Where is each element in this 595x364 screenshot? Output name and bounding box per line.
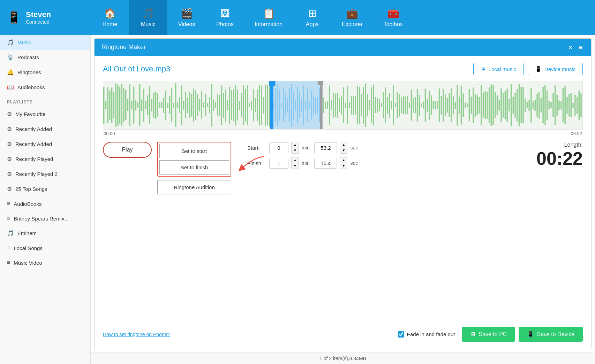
finish-min-spinner[interactable]: ▲ ▼ bbox=[291, 157, 299, 169]
svg-rect-17 bbox=[135, 100, 136, 110]
finish-sec-input[interactable] bbox=[314, 158, 337, 169]
svg-rect-7 bbox=[115, 83, 116, 127]
svg-rect-124 bbox=[349, 102, 350, 108]
save-to-device-button[interactable]: 📱 Save to Device bbox=[519, 327, 583, 342]
svg-rect-149 bbox=[399, 94, 400, 117]
sidebar-item-recently-played-2[interactable]: ⚙ Recently Played 2 bbox=[0, 166, 90, 181]
dialog-header: Ringtone Maker × ≡ bbox=[95, 39, 591, 56]
video-icon: 🎬 bbox=[181, 8, 193, 19]
finish-min-up[interactable]: ▲ bbox=[292, 157, 299, 163]
controls-row: Play Set to start Set to finish bbox=[103, 142, 583, 194]
svg-rect-167 bbox=[435, 101, 436, 109]
svg-rect-200 bbox=[500, 88, 502, 122]
svg-rect-1 bbox=[103, 87, 104, 124]
save-device-icon: 📱 bbox=[527, 331, 534, 338]
list-icon-4: ≡ bbox=[7, 260, 10, 266]
sidebar-item-ringtones[interactable]: 🔔 Ringtones bbox=[0, 65, 90, 80]
nav-apps[interactable]: ⊞ Apps bbox=[293, 0, 331, 35]
finish-min-input[interactable] bbox=[269, 158, 288, 169]
svg-rect-14 bbox=[129, 84, 130, 126]
finish-sec-down[interactable]: ▼ bbox=[340, 163, 347, 169]
sidebar-item-eminem[interactable]: 🎵 Eminem bbox=[0, 226, 90, 241]
svg-rect-66 bbox=[233, 89, 234, 121]
fade-checkbox[interactable] bbox=[398, 331, 404, 338]
sidebar-item-audiobooks-pl[interactable]: ≡ AudioBooks bbox=[0, 196, 90, 211]
svg-rect-140 bbox=[381, 103, 382, 107]
svg-rect-83 bbox=[267, 85, 268, 125]
sidebar-item-music[interactable]: 🎵 Music bbox=[0, 35, 90, 50]
svg-rect-207 bbox=[514, 93, 515, 117]
status-bar: 1 of 2 item(s),8.84MB bbox=[91, 353, 595, 364]
svg-rect-238 bbox=[577, 97, 578, 114]
dialog-close-button[interactable]: × bbox=[567, 44, 574, 51]
sidebar-item-audiobooks[interactable]: 📖 Audiobooks bbox=[0, 80, 90, 95]
start-sec-down[interactable]: ▼ bbox=[340, 148, 347, 153]
svg-rect-119 bbox=[339, 98, 340, 112]
song-row: All Out of Love.mp3 🖥 Local music 📱 Devi… bbox=[103, 63, 583, 75]
waveform-container[interactable]: // will generate via JS below bbox=[103, 81, 583, 130]
set-to-start-button[interactable]: Set to start bbox=[159, 144, 229, 158]
svg-rect-43 bbox=[187, 98, 188, 113]
gear-icon-3: ⚙ bbox=[7, 141, 12, 147]
svg-rect-176 bbox=[453, 96, 454, 114]
svg-rect-62 bbox=[225, 89, 226, 122]
svg-rect-185 bbox=[470, 96, 472, 114]
ringtone-audition-button[interactable]: Ringtone Audition bbox=[157, 180, 231, 194]
nav-explorer[interactable]: 💼 Explorer bbox=[331, 0, 373, 35]
sidebar-item-my-favourite[interactable]: ⚙ My Favourite bbox=[0, 107, 90, 122]
finish-sec-up[interactable]: ▲ bbox=[340, 157, 347, 163]
start-min-up[interactable]: ▲ bbox=[292, 142, 299, 148]
sidebar-item-recently-played-1[interactable]: ⚙ Recently Played bbox=[0, 152, 90, 166]
svg-rect-135 bbox=[371, 87, 372, 123]
sidebar-item-25-top-songs[interactable]: ⚙ 25 Top Songs bbox=[0, 181, 90, 196]
how-to-link[interactable]: How to set ringtone on Phone? bbox=[103, 332, 170, 337]
svg-rect-220 bbox=[541, 98, 542, 112]
svg-rect-218 bbox=[536, 94, 537, 117]
svg-rect-76 bbox=[253, 89, 254, 122]
sidebar-item-britney[interactable]: ≡ Britney Spears Remix... bbox=[0, 211, 90, 226]
save-to-pc-button[interactable]: 🖥 Save to PC bbox=[462, 327, 515, 342]
sidebar-item-music-video[interactable]: ≡ Music Video bbox=[0, 255, 90, 270]
sidebar-item-podcasts[interactable]: 📡 Podcasts bbox=[0, 50, 90, 65]
svg-rect-189 bbox=[479, 97, 480, 113]
svg-rect-164 bbox=[429, 91, 430, 120]
start-min-spinner[interactable]: ▲ ▼ bbox=[291, 142, 299, 154]
svg-rect-208 bbox=[517, 89, 518, 122]
svg-rect-213 bbox=[527, 102, 528, 108]
svg-rect-197 bbox=[495, 92, 496, 118]
svg-rect-196 bbox=[492, 85, 494, 125]
nav-videos[interactable]: 🎬 Videos bbox=[167, 0, 206, 35]
start-sec-spinner[interactable]: ▲ ▼ bbox=[340, 142, 347, 154]
svg-rect-72 bbox=[245, 88, 246, 122]
nav-toolbox[interactable]: 🧰 Toolbox bbox=[373, 0, 413, 35]
svg-rect-128 bbox=[357, 86, 358, 125]
svg-rect-21 bbox=[143, 88, 144, 122]
nav-home[interactable]: 🏠 Home bbox=[91, 0, 129, 35]
device-music-button[interactable]: 📱 Device music bbox=[528, 63, 583, 75]
svg-rect-177 bbox=[455, 102, 456, 109]
start-sec-input[interactable] bbox=[314, 142, 337, 153]
save-buttons: 🖥 Save to PC 📱 Save to Device bbox=[462, 327, 583, 342]
finish-min-down[interactable]: ▼ bbox=[292, 163, 299, 169]
time-end-label: 03:52 bbox=[571, 131, 582, 136]
nav-photos[interactable]: 🖼 Photos bbox=[206, 0, 244, 35]
gear-icon-2: ⚙ bbox=[7, 126, 12, 132]
sidebar-item-recently-added-1[interactable]: ⚙ Recently Added bbox=[0, 122, 90, 137]
start-min-down[interactable]: ▼ bbox=[292, 148, 299, 153]
sidebar-item-recently-added-2[interactable]: ⚙ Recently Added bbox=[0, 137, 90, 152]
explorer-icon: 💼 bbox=[346, 8, 358, 19]
nav-information[interactable]: 📋 Information bbox=[244, 0, 293, 35]
dialog-menu-button[interactable]: ≡ bbox=[577, 44, 584, 51]
local-music-button[interactable]: 🖥 Local music bbox=[473, 63, 524, 75]
start-min-input[interactable] bbox=[269, 142, 288, 153]
nav-music[interactable]: 🎵 Music bbox=[129, 0, 167, 35]
svg-rect-228 bbox=[557, 95, 558, 116]
sidebar-item-local-songs[interactable]: ≡ Local Songs bbox=[0, 241, 90, 255]
svg-rect-68 bbox=[237, 90, 238, 120]
start-sec-up[interactable]: ▲ bbox=[340, 142, 347, 148]
play-button[interactable]: Play bbox=[103, 142, 152, 158]
svg-rect-16 bbox=[133, 86, 134, 124]
finish-sec-spinner[interactable]: ▲ ▼ bbox=[340, 157, 347, 169]
set-to-finish-button[interactable]: Set to finish bbox=[159, 160, 229, 175]
svg-rect-126 bbox=[353, 96, 354, 115]
